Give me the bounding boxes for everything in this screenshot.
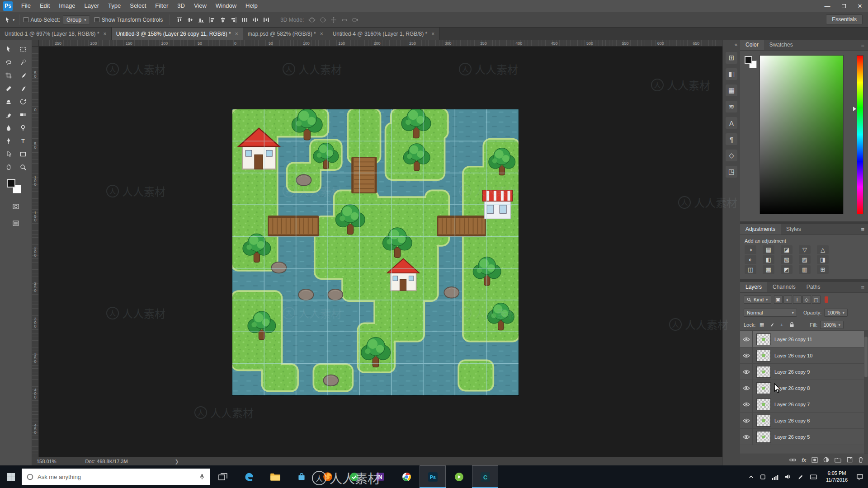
clock[interactable]: 6:05 PM 11/7/2016	[826, 470, 848, 483]
visibility-eye-icon[interactable]	[740, 413, 753, 428]
touch-keyboard-icon[interactable]	[810, 474, 817, 480]
tab-close-icon[interactable]: ×	[320, 31, 323, 37]
histogram-panel-icon[interactable]: ⊞	[726, 52, 737, 64]
layer-thumbnail[interactable]	[757, 399, 770, 410]
layer-name[interactable]: Layer 26 copy 8	[774, 385, 810, 391]
align-right-edges-icon[interactable]	[229, 15, 239, 25]
new-layer-icon[interactable]	[847, 457, 853, 463]
saturation-brightness-picker[interactable]	[760, 55, 844, 214]
menu-select[interactable]: Select	[125, 0, 151, 12]
blur-tool-icon[interactable]	[1, 121, 16, 134]
eyedropper-tool-icon[interactable]	[16, 69, 30, 82]
filter-adjustment-layers-icon[interactable]: ◐	[783, 296, 792, 304]
menu-help[interactable]: Help	[241, 0, 262, 12]
filter-smart-objects-icon[interactable]: ▢	[812, 296, 821, 304]
blend-mode-dropdown[interactable]: Normal▾	[744, 309, 797, 317]
align-top-edges-icon[interactable]	[175, 15, 184, 25]
layer-filter-dropdown[interactable]: Kind▾	[744, 296, 771, 304]
firefox-icon[interactable]	[315, 465, 341, 488]
tool-preset-chevron-icon[interactable]: ▾	[13, 18, 15, 22]
menu-view[interactable]: View	[189, 0, 211, 12]
lock-position-icon[interactable]: +	[778, 321, 785, 328]
layer-row[interactable]: Layer 26 copy 7	[740, 396, 868, 413]
layer-name[interactable]: Layer 26 copy 5	[774, 434, 810, 440]
adj-levels-icon[interactable]: ▤	[763, 245, 774, 254]
adj-threshold-icon[interactable]: ▥	[799, 265, 811, 274]
taskbar-search-input[interactable]	[38, 474, 195, 480]
visibility-eye-icon[interactable]	[740, 396, 753, 412]
clone-stamp-tool-icon[interactable]	[1, 95, 16, 108]
layer-thumbnail[interactable]	[757, 383, 770, 394]
layer-thumbnail[interactable]	[757, 366, 770, 377]
paragraph-panel-icon[interactable]: ¶	[726, 133, 737, 145]
visibility-eye-icon[interactable]	[740, 429, 753, 445]
auto-select-checkbox[interactable]	[24, 17, 28, 22]
auto-select-target-dropdown[interactable]: Group▾	[63, 15, 90, 24]
zoom-tool-icon[interactable]	[16, 160, 30, 174]
clone-source-panel-icon[interactable]: ▦	[726, 84, 737, 96]
pen-icon[interactable]	[797, 474, 804, 480]
tab-swatches[interactable]: Swatches	[764, 40, 798, 50]
layer-name[interactable]: Layer 26 copy 7	[774, 402, 810, 407]
store-icon[interactable]	[288, 465, 315, 488]
layer-row[interactable]: Layer 26 copy 5	[740, 429, 868, 445]
navigator-panel-icon[interactable]: ◧	[726, 68, 737, 80]
foreground-color-swatch[interactable]	[7, 179, 15, 188]
document-tab[interactable]: Untitled-1 @ 697% (Layer 18, RGB/8) *×	[0, 28, 112, 40]
canvas[interactable]	[232, 109, 519, 395]
3d-roll-icon[interactable]	[318, 15, 328, 25]
hand-tool-icon[interactable]	[1, 160, 16, 174]
layer-name[interactable]: Layer 26 copy 11	[774, 337, 812, 342]
menu-filter[interactable]: Filter	[151, 0, 173, 12]
eraser-tool-icon[interactable]	[1, 108, 16, 121]
history-brush-tool-icon[interactable]	[16, 95, 30, 108]
layer-row[interactable]: Layer 26 copy 11	[740, 331, 868, 347]
adj-posterize-icon[interactable]: ◩	[781, 265, 793, 274]
distribute-horizontal-centers-icon[interactable]	[250, 15, 260, 25]
horizontal-ruler[interactable]: 2502001501005005010015020025030035040045…	[39, 40, 722, 47]
properties-panel-icon[interactable]: ◳	[726, 166, 737, 178]
rectangular-marquee-tool-icon[interactable]	[16, 42, 30, 56]
3d-slide-icon[interactable]	[340, 15, 349, 25]
ruler-origin-corner[interactable]	[32, 40, 39, 47]
type-tool-icon[interactable]: T	[16, 134, 30, 147]
adj-curves-icon[interactable]: ◪	[781, 245, 793, 254]
align-left-edges-icon[interactable]	[207, 15, 217, 25]
cortana-search-bar[interactable]	[22, 469, 210, 485]
tab-close-icon[interactable]: ×	[235, 31, 238, 37]
show-transform-checkbox[interactable]	[94, 17, 99, 22]
document-tab-active[interactable]: Untitled-3 @ 158% (Layer 26 copy 11, RGB…	[112, 28, 243, 40]
layers-scrollbar[interactable]	[864, 331, 868, 454]
lock-image-icon[interactable]	[768, 321, 775, 328]
menu-type[interactable]: Type	[104, 0, 125, 12]
start-button[interactable]	[0, 465, 22, 488]
microphone-icon[interactable]	[199, 473, 205, 480]
tab-styles[interactable]: Styles	[781, 224, 807, 235]
lasso-tool-icon[interactable]	[1, 56, 16, 69]
minimize-icon[interactable]: —	[819, 0, 835, 12]
dodge-tool-icon[interactable]	[16, 121, 30, 134]
expand-panels-icon[interactable]: «	[735, 42, 737, 47]
adj-hue-saturation-icon[interactable]: ◐	[745, 255, 756, 264]
layer-thumbnail[interactable]	[757, 415, 770, 426]
menu-edit[interactable]: Edit	[35, 0, 54, 12]
layer-name[interactable]: Layer 26 copy 9	[774, 369, 810, 375]
volume-icon[interactable]	[784, 474, 792, 480]
recorder-app-icon[interactable]: C	[472, 465, 498, 488]
fill-value[interactable]: 100%▾	[820, 321, 844, 329]
adj-channel-mixer-icon[interactable]: ◨	[817, 255, 829, 264]
tab-close-icon[interactable]: ×	[104, 31, 107, 37]
color-panel-foreground-swatch[interactable]	[745, 56, 752, 64]
filter-pixel-layers-icon[interactable]: ▣	[774, 296, 783, 304]
new-group-icon[interactable]	[835, 457, 841, 463]
layer-name[interactable]: Layer 26 copy 10	[774, 353, 812, 358]
align-horizontal-centers-icon[interactable]	[218, 15, 228, 25]
visibility-eye-icon[interactable]	[740, 364, 753, 380]
onenote-icon[interactable]: N	[367, 465, 393, 488]
menu-image[interactable]: Image	[54, 0, 80, 12]
status-chevron-icon[interactable]: ❯	[175, 459, 179, 465]
tab-layers[interactable]: Layers	[740, 282, 767, 292]
visibility-eye-icon[interactable]	[740, 347, 753, 363]
adj-black-white-icon[interactable]: ▧	[781, 255, 793, 264]
edge-icon[interactable]	[236, 465, 262, 488]
